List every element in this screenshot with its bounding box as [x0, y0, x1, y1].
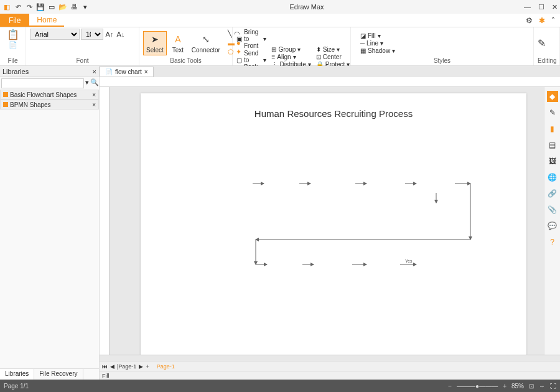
font-group-label: Font: [30, 57, 135, 65]
status-page: Page 1/1: [4, 383, 29, 390]
page-add-icon[interactable]: +: [146, 363, 149, 370]
text-tool[interactable]: AText: [169, 32, 187, 55]
zoom-slider[interactable]: ———●———: [457, 383, 498, 390]
decrease-font-icon[interactable]: A↓: [116, 29, 126, 39]
menu-tab-home[interactable]: Home: [29, 14, 64, 27]
view-fit-icon[interactable]: ⊡: [529, 383, 534, 390]
tool-clipart-icon[interactable]: 🌐: [547, 172, 558, 183]
editing-icon[interactable]: ✎: [538, 37, 546, 49]
redo-icon[interactable]: ↷: [25, 2, 34, 11]
paste-icon[interactable]: 📋: [7, 29, 19, 40]
size[interactable]: ⬍ Size ▾: [316, 46, 350, 53]
sync-icon[interactable]: ✱: [539, 16, 545, 25]
select-tool[interactable]: ➤Select: [143, 31, 167, 55]
page-next-icon[interactable]: ▶: [139, 363, 143, 370]
file-menu[interactable]: File: [0, 14, 29, 27]
shadow-option[interactable]: ▦ Shadow ▾: [360, 47, 395, 54]
tool-palette-icon[interactable]: ▮: [547, 123, 558, 134]
lib-tab-recovery[interactable]: File Recovery: [34, 369, 83, 380]
lib-dropdown-icon[interactable]: ▾: [85, 78, 89, 88]
zoom-in-icon[interactable]: +: [503, 383, 506, 390]
document-tab[interactable]: 📄 flow chart ×: [100, 67, 154, 77]
align[interactable]: ≡ Align ▾: [271, 54, 310, 60]
collapse-ribbon-icon[interactable]: ˄: [551, 16, 555, 25]
settings-icon[interactable]: ⚙: [526, 16, 533, 25]
tool-image-icon[interactable]: 🖼: [547, 156, 558, 167]
view-width-icon[interactable]: ↔: [539, 383, 545, 390]
lib-category-basic[interactable]: Basic Flowchart Shapes×: [0, 90, 99, 100]
clipboard-icon[interactable]: 📄: [9, 41, 17, 49]
print-icon[interactable]: 🖶: [70, 2, 78, 11]
page-label[interactable]: |Page-1: [117, 363, 136, 370]
fill-option[interactable]: ◪ Fill ▾: [360, 32, 395, 39]
close-icon[interactable]: ✕: [552, 3, 558, 11]
tool-layers-icon[interactable]: ▤: [547, 139, 558, 151]
new-icon[interactable]: ▭: [47, 2, 56, 11]
tool-hyperlink-icon[interactable]: 🔗: [547, 188, 558, 199]
lib-close-icon[interactable]: ×: [93, 68, 96, 75]
view-full-icon[interactable]: ⛶: [550, 383, 556, 390]
libraries-title: Libraries: [2, 68, 29, 75]
horizontal-ruler: [100, 77, 560, 87]
lib-tab-libraries[interactable]: Libraries: [0, 369, 34, 380]
doc-tab-close-icon[interactable]: ×: [144, 68, 148, 75]
editing-label: Editing: [538, 57, 556, 65]
bring-to-front[interactable]: ▣ Bring to Front ▾: [236, 29, 266, 49]
basic-tools-label: Basic Tools: [143, 57, 228, 65]
app-logo-icon: ◧: [2, 2, 11, 11]
minimize-icon[interactable]: —: [524, 3, 531, 11]
tool-comment-icon[interactable]: 💬: [547, 220, 558, 231]
zoom-value: 85%: [511, 383, 524, 390]
lib-category-bpmn[interactable]: BPMN Shapes×: [0, 100, 99, 110]
tool-highlighter-icon[interactable]: ✎: [547, 107, 558, 118]
file-group-label: File: [4, 57, 22, 65]
vertical-ruler: [100, 87, 110, 355]
app-title: Edraw Max: [90, 3, 524, 11]
search-icon[interactable]: 🔍: [90, 78, 99, 88]
open-icon[interactable]: 📂: [58, 2, 67, 11]
canvas[interactable]: Human Resources Recruiting Process: [110, 87, 544, 355]
tool-attachment-icon[interactable]: 📎: [547, 204, 558, 215]
maximize-icon[interactable]: ☐: [538, 3, 544, 11]
page-alt[interactable]: Page-1: [157, 363, 175, 370]
font-size-select[interactable]: 10: [81, 29, 103, 40]
styles-label: Styles: [355, 57, 530, 65]
zoom-out-icon[interactable]: −: [448, 383, 452, 390]
lib-search-input[interactable]: [1, 78, 84, 88]
line-shape-icon[interactable]: ╲: [228, 30, 232, 38]
tool-help-icon[interactable]: ?: [547, 236, 558, 248]
increase-font-icon[interactable]: A↑: [105, 29, 114, 39]
font-family-select[interactable]: Arial: [30, 29, 80, 40]
undo-icon[interactable]: ↶: [14, 2, 22, 11]
page[interactable]: Human Resources Recruiting Process: [141, 93, 526, 355]
tool-fill-icon[interactable]: ◆: [547, 91, 558, 102]
svg-text:Yes: Yes: [405, 259, 413, 263]
group[interactable]: ⊞ Group ▾: [271, 46, 310, 53]
line-option[interactable]: ─ Line ▾: [360, 40, 395, 47]
fill-label: Fill: [102, 373, 110, 379]
page-prev-icon[interactable]: ◀: [110, 363, 114, 370]
export-icon[interactable]: ▾: [81, 2, 90, 11]
center[interactable]: ⊡ Center: [316, 54, 350, 60]
diagram-title: Human Resources Recruiting Process: [141, 93, 526, 119]
save-icon[interactable]: 💾: [36, 2, 45, 11]
page-first-icon[interactable]: ⏮: [102, 363, 108, 370]
connector-tool[interactable]: ⤡Connector: [189, 32, 223, 55]
